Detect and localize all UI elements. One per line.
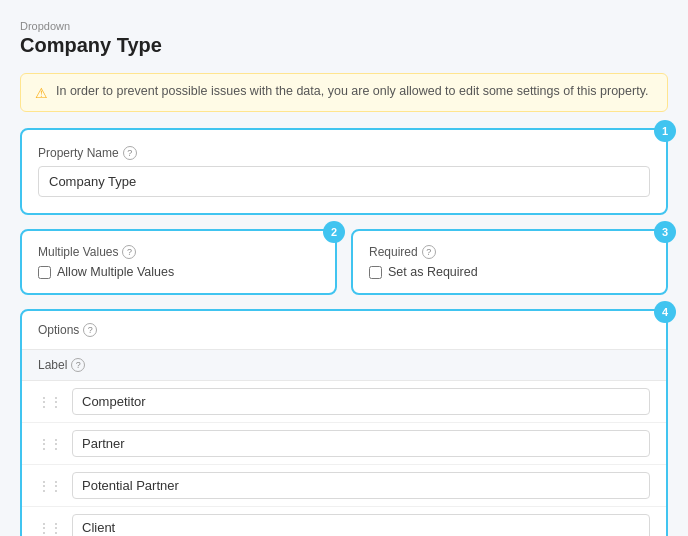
required-label: Required ? xyxy=(369,245,650,259)
drag-handle-icon[interactable]: ⋮⋮ xyxy=(38,437,62,451)
page-title: Company Type xyxy=(20,34,668,57)
options-help-icon[interactable]: ? xyxy=(83,323,97,337)
page-header: Dropdown Company Type xyxy=(20,20,668,57)
label-column-help-icon[interactable]: ? xyxy=(71,358,85,372)
option-row: ⋮⋮ xyxy=(22,423,666,465)
option-row: ⋮⋮ xyxy=(22,381,666,423)
step-badge-1: 1 xyxy=(654,120,676,142)
drag-handle-icon[interactable]: ⋮⋮ xyxy=(38,479,62,493)
page-subtitle: Dropdown xyxy=(20,20,668,32)
required-checkbox-row: Set as Required xyxy=(369,265,650,279)
warning-text: In order to prevent possible issues with… xyxy=(56,84,648,98)
multiple-values-label: Multiple Values ? xyxy=(38,245,319,259)
required-checkbox-label: Set as Required xyxy=(388,265,478,279)
option-row: ⋮⋮ xyxy=(22,465,666,507)
option-row: ⋮⋮ xyxy=(22,507,666,536)
option-input-4[interactable] xyxy=(72,514,650,536)
options-label: Options ? xyxy=(38,323,650,337)
step-badge-2: 2 xyxy=(323,221,345,243)
drag-handle-icon[interactable]: ⋮⋮ xyxy=(38,395,62,409)
property-name-label: Property Name ? xyxy=(38,146,650,160)
multiple-values-checkbox[interactable] xyxy=(38,266,51,279)
multiple-values-section: Multiple Values ? Allow Multiple Values … xyxy=(20,229,337,295)
multiple-values-checkbox-row: Allow Multiple Values xyxy=(38,265,319,279)
property-name-help-icon[interactable]: ? xyxy=(123,146,137,160)
checkbox-sections-row: Multiple Values ? Allow Multiple Values … xyxy=(20,229,668,295)
option-input-1[interactable] xyxy=(72,388,650,415)
property-name-section: Property Name ? 1 xyxy=(20,128,668,215)
required-checkbox[interactable] xyxy=(369,266,382,279)
options-header: Options ? xyxy=(22,311,666,349)
multiple-values-checkbox-label: Allow Multiple Values xyxy=(57,265,174,279)
warning-banner: ⚠ In order to prevent possible issues wi… xyxy=(20,73,668,112)
drag-handle-icon[interactable]: ⋮⋮ xyxy=(38,521,62,535)
option-input-3[interactable] xyxy=(72,472,650,499)
option-input-2[interactable] xyxy=(72,430,650,457)
options-table-header: Label ? xyxy=(22,349,666,381)
warning-icon: ⚠ xyxy=(35,85,48,101)
options-section: Options ? Label ? ⋮⋮ ⋮⋮ ⋮⋮ ⋮⋮ ⋮⋮ + Add N… xyxy=(20,309,668,536)
required-section: Required ? Set as Required 3 xyxy=(351,229,668,295)
required-help-icon[interactable]: ? xyxy=(422,245,436,259)
step-badge-3: 3 xyxy=(654,221,676,243)
step-badge-4: 4 xyxy=(654,301,676,323)
property-name-input[interactable] xyxy=(38,166,650,197)
multiple-values-help-icon[interactable]: ? xyxy=(122,245,136,259)
